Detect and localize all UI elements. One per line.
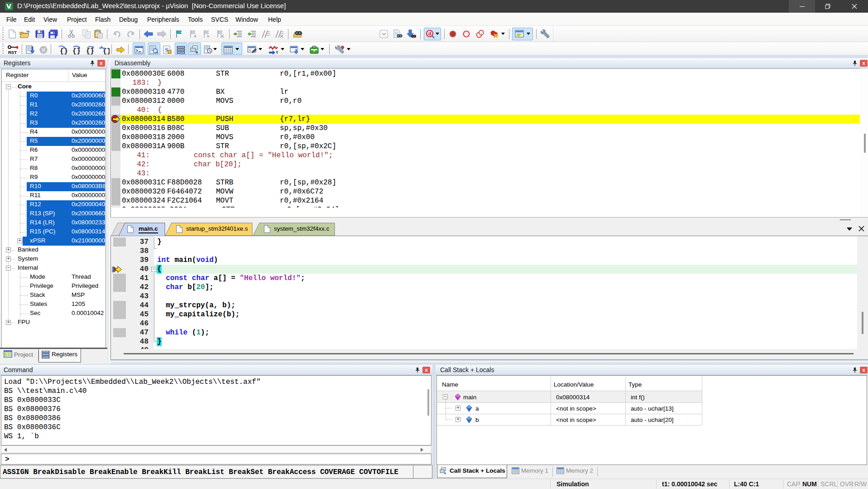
svg-text:{}: {} — [60, 48, 68, 54]
svg-text:RST: RST — [8, 50, 17, 54]
svg-text:t: t — [276, 49, 278, 54]
svg-text:d: d — [428, 31, 432, 36]
svg-text:{}: {} — [86, 48, 94, 54]
